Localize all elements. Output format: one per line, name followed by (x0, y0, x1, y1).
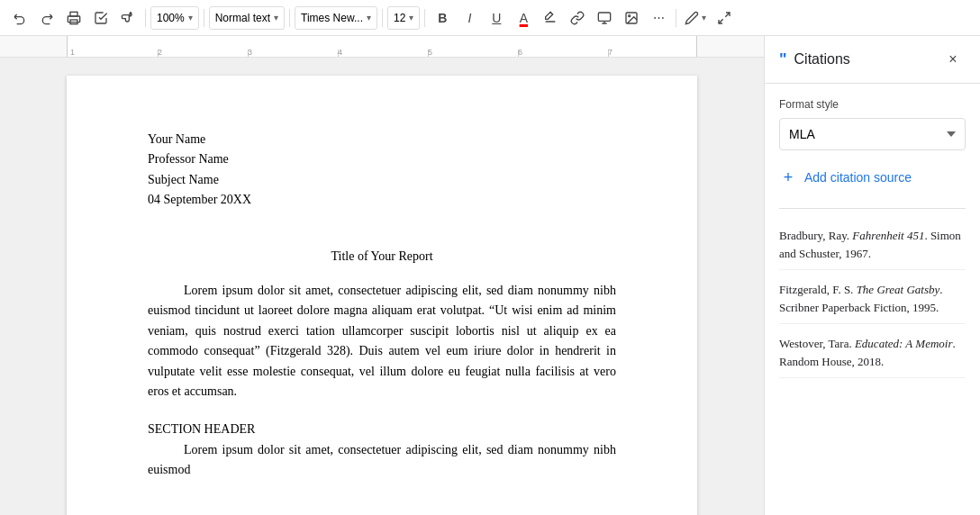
separator-3 (289, 9, 290, 27)
doc-date: 04 September 20XX (148, 190, 616, 210)
doc-paragraph-1: Lorem ipsum dolor sit amet, consectetuer… (148, 281, 616, 402)
separator-4 (382, 9, 383, 27)
toolbar: 100% ▾ Normal text ▾ Times New... ▾ 12 ▾… (0, 0, 980, 36)
svg-rect-3 (599, 13, 611, 21)
svg-line-7 (719, 19, 723, 23)
citation-item-westover[interactable]: Westover, Tara. Educated: A Memoir. Rand… (779, 328, 966, 378)
citation-item-fitzgerald[interactable]: Fitzgerald, F. S. The Great Gatsby. Scri… (779, 274, 966, 324)
add-citation-button[interactable]: + Add citation source (779, 165, 912, 190)
underline-label: U (492, 11, 501, 25)
citation-italic-2: Educated: A Memoir (855, 337, 953, 350)
comment-button[interactable] (592, 5, 617, 31)
italic-button[interactable]: I (457, 5, 482, 31)
separator-2 (204, 9, 204, 27)
ruler-mark-7: 7 (608, 48, 612, 57)
panel-body: Format style MLA APA Chicago + Add citat… (765, 84, 980, 515)
doc-subject: Subject Name (148, 170, 616, 190)
font-size-chevron-icon: ▾ (409, 13, 413, 23)
zoom-value: 100% (157, 12, 185, 24)
citation-before-1: Fitzgerald, F. S. (779, 283, 857, 296)
undo-button[interactable] (7, 5, 32, 31)
paintformat-button[interactable] (115, 5, 141, 31)
font-size-value: 12 (394, 12, 405, 24)
zoom-dropdown[interactable]: 100% ▾ (150, 6, 199, 30)
ruler-mark-6: 6 (518, 48, 522, 57)
svg-line-6 (726, 13, 730, 17)
bold-label: B (438, 11, 447, 25)
zoom-chevron-icon: ▾ (188, 13, 193, 23)
format-label: Format style (779, 98, 966, 111)
ruler-inner: 1 2 3 4 5 6 7 (67, 36, 697, 57)
font-size-dropdown[interactable]: 12 ▾ (387, 6, 420, 30)
print-button[interactable] (61, 5, 86, 31)
font-value: Times New... (301, 12, 363, 24)
pen-button[interactable]: ▾ (681, 5, 710, 31)
panel-title: Citations (794, 51, 850, 68)
panel-close-button[interactable]: × (940, 47, 966, 72)
separator-1 (145, 9, 146, 27)
citation-item-bradbury[interactable]: Bradbury, Ray. Fahrenheit 451. Simon and… (779, 220, 966, 270)
text-style-chevron-icon: ▾ (274, 13, 278, 23)
panel-header: " Citations × (765, 36, 980, 84)
image-button[interactable] (619, 5, 644, 31)
bold-button[interactable]: B (430, 5, 455, 31)
text-style-value: Normal text (215, 12, 270, 24)
panel-title-wrap: " Citations (779, 50, 850, 69)
ruler-mark-3: 3 (248, 48, 252, 57)
svg-rect-0 (70, 12, 77, 16)
ruler-mark-5: 5 (428, 48, 432, 57)
pen-chevron-icon: ▾ (702, 13, 706, 23)
add-citation-label: Add citation source (804, 170, 912, 185)
page-wrapper: Your Name Professor Name Subject Name 04… (0, 58, 764, 515)
text-color-button[interactable]: A (511, 5, 536, 31)
underline-button[interactable]: U (484, 5, 509, 31)
more-icon: ⋯ (653, 11, 665, 24)
redo-button[interactable] (34, 5, 59, 31)
close-icon: × (948, 51, 957, 68)
ruler-mark-2: 2 (158, 48, 162, 57)
highlight-button[interactable] (538, 5, 563, 31)
separator-5 (424, 9, 425, 27)
ruler-mark-4: 4 (338, 48, 342, 57)
ruler: 1 2 3 4 5 6 7 (0, 36, 764, 58)
format-style-select[interactable]: MLA APA Chicago (779, 118, 966, 150)
expand-button[interactable] (712, 5, 737, 31)
text-color-label: A (520, 11, 528, 25)
separator-6 (676, 9, 676, 27)
font-dropdown[interactable]: Times New... ▾ (295, 6, 377, 30)
doc-paragraph-2: Lorem ipsum dolor sit amet, consectetuer… (148, 440, 616, 481)
citation-italic-0: Fahrenheit 451 (852, 229, 924, 242)
more-options-button[interactable]: ⋯ (646, 5, 671, 31)
doc-section-header: SECTION HEADER (148, 420, 616, 439)
document-area: 1 2 3 4 5 6 7 Your Name Professor Name S… (0, 36, 764, 515)
citation-italic-1: The Great Gatsby (857, 283, 940, 296)
spellcheck-button[interactable] (88, 5, 113, 31)
text-style-dropdown[interactable]: Normal text ▾ (209, 6, 285, 30)
citations-panel: " Citations × Format style MLA APA Chica… (764, 36, 980, 515)
citation-before-0: Bradbury, Ray. (779, 229, 852, 242)
doc-title: Title of Your Report (148, 247, 616, 267)
citation-divider (779, 208, 966, 209)
document-page[interactable]: Your Name Professor Name Subject Name 04… (67, 76, 697, 515)
doc-professor: Professor Name (148, 149, 616, 169)
add-icon: + (779, 168, 797, 186)
citation-before-2: Westover, Tara. (779, 337, 855, 350)
font-chevron-icon: ▾ (367, 13, 371, 23)
link-button[interactable] (565, 5, 590, 31)
doc-name: Your Name (148, 130, 616, 149)
italic-label: I (467, 11, 471, 25)
citations-icon: " (779, 50, 787, 69)
main-area: 1 2 3 4 5 6 7 Your Name Professor Name S… (0, 36, 980, 515)
svg-point-5 (629, 14, 631, 16)
ruler-mark-1: 1 (70, 48, 75, 57)
